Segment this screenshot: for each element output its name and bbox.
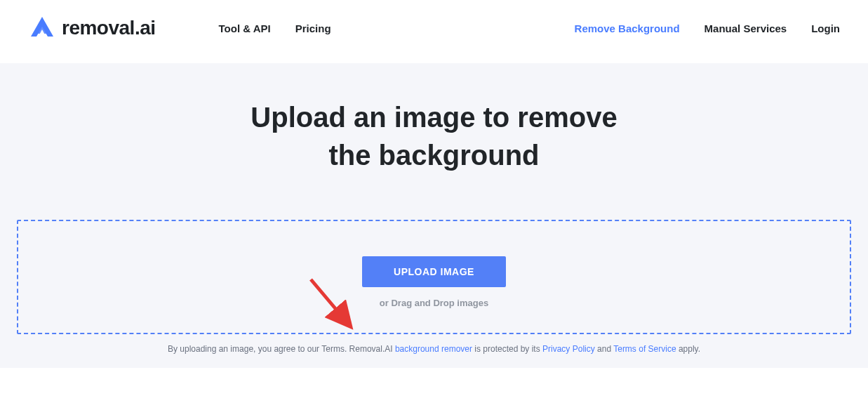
- nav-pricing[interactable]: Pricing: [295, 22, 331, 34]
- nav-right: Remove Background Manual Services Login: [575, 22, 840, 34]
- upload-image-button[interactable]: UPLOAD IMAGE: [362, 256, 506, 287]
- link-background-remover[interactable]: background remover: [395, 344, 472, 354]
- nav-manual-services[interactable]: Manual Services: [705, 22, 787, 34]
- logo[interactable]: removal.ai: [28, 14, 156, 42]
- nav-left: Tool & API Pricing: [219, 22, 331, 34]
- main-section: Upload an image to remove the background…: [0, 63, 868, 368]
- nav-login[interactable]: Login: [811, 22, 840, 34]
- hero-title-line2: the background: [328, 140, 539, 171]
- terms-mid2: and: [595, 344, 613, 354]
- terms-mid1: is protected by its: [472, 344, 542, 354]
- terms-text: By uploading an image, you agree to our …: [0, 344, 868, 354]
- upload-dropzone[interactable]: UPLOAD IMAGE or Drag and Drop images: [17, 220, 851, 334]
- terms-prefix: By uploading an image, you agree to our …: [168, 344, 395, 354]
- logo-text: removal.ai: [62, 17, 156, 39]
- terms-suffix: apply.: [676, 344, 700, 354]
- dropzone-wrap: UPLOAD IMAGE or Drag and Drop images: [0, 220, 868, 334]
- link-terms-of-service[interactable]: Terms of Service: [613, 344, 676, 354]
- nav-remove-background[interactable]: Remove Background: [575, 22, 680, 34]
- nav-tool-api[interactable]: Tool & API: [219, 22, 271, 34]
- hero-title: Upload an image to remove the background: [0, 98, 868, 174]
- link-privacy-policy[interactable]: Privacy Policy: [542, 344, 595, 354]
- logo-icon: [28, 14, 56, 42]
- drag-drop-text: or Drag and Drop images: [32, 298, 836, 308]
- header: removal.ai Tool & API Pricing Remove Bac…: [0, 0, 868, 63]
- hero-title-line1: Upload an image to remove: [251, 102, 617, 133]
